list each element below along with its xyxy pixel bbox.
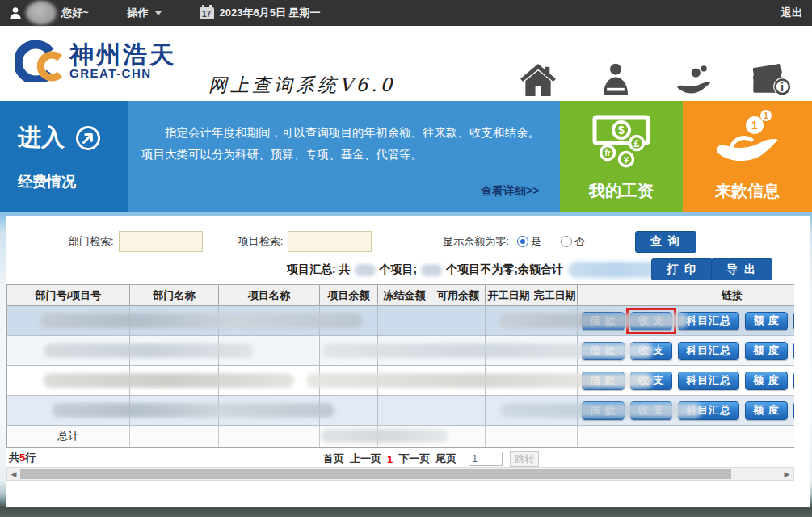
salary-money-icon: $ £ fr ¥ [560, 107, 683, 177]
summary-text: 项目汇总: 共 个项目; 个项目不为零;余额合计 。 [287, 262, 705, 278]
redacted-cell-data [499, 313, 688, 328]
logo-chinese-name: 神州浩天 [69, 43, 176, 67]
redacted-count [355, 264, 376, 276]
redacted-cell-data [40, 313, 363, 328]
filter-row: 部门检索: 项目检索: 显示余额为零: 是 否 查 询 [6, 229, 794, 254]
radio-no-label: 否 [574, 234, 585, 249]
next-page-link[interactable]: 下一页 [398, 452, 430, 466]
money-info-icon: i [751, 58, 791, 97]
radio-no-dot [561, 236, 572, 247]
row-count-suffix: 行 [25, 452, 36, 464]
banner-description: 指定会计年度和期间，可以查询项目的年初余额、往来款、收支和结余。项目大类可以分为… [141, 122, 549, 166]
redacted-total [321, 429, 448, 443]
calendar-icon: 17 [200, 7, 214, 19]
first-page-link[interactable]: 首页 [323, 452, 344, 466]
incoming-funds-tile[interactable]: 1 1 来款信息 [683, 101, 812, 212]
scroll-right-arrow-icon[interactable]: ▶ [780, 468, 793, 480]
dept-search-input[interactable] [119, 231, 203, 252]
page: 您好~ 操作 17 2023年6月5日 星期一 退出 神州浩天 GREAT-CH… [0, 0, 812, 517]
table-row: 借 款 收 支 科目汇总 额 度 实时 [7, 366, 794, 396]
header: 神州浩天 GREAT-CHN 网上查询系统V6.0 我的首页 [0, 26, 812, 101]
incoming-hand-icon: 1 1 [683, 107, 812, 177]
table-row: 借 款 收 支 科目汇总 额 度 实时 [7, 306, 794, 336]
table-header-row: 部门号/项目号 部门名称 项目名称 项目余额 冻结金额 可用余额 开工日期 完工… [7, 284, 794, 306]
user-icon [8, 6, 23, 20]
col-header: 部门名称 [130, 285, 219, 305]
col-header: 冻结金额 [378, 285, 431, 305]
col-header: 完工日期 [532, 285, 578, 305]
scrollbar-thumb[interactable] [20, 469, 731, 479]
redacted-cell-data [322, 343, 654, 358]
prev-page-link[interactable]: 上一页 [350, 452, 381, 466]
subject-summary-button[interactable]: 科目汇总 [678, 372, 739, 390]
zero-balance-label: 显示余额为零: [443, 234, 509, 249]
total-row: 总计 [7, 426, 794, 448]
svg-text:£: £ [634, 138, 640, 149]
last-page-link[interactable]: 尾页 [435, 452, 456, 466]
table-row: 借 款 收 支 科目汇总 额 度 实时 [7, 336, 794, 366]
pagination: 首页 上一页 1 下一页 尾页 跳转 [323, 451, 539, 467]
horizontal-scrollbar[interactable]: ◀ ▶ [6, 467, 794, 481]
jump-page-input[interactable] [469, 452, 503, 466]
my-salary-tile[interactable]: $ £ fr ¥ 我的工资 [560, 101, 683, 212]
print-button[interactable]: 打 印 [651, 258, 713, 280]
col-header: 开工日期 [486, 285, 532, 305]
summary-unit2: 个项目不为零;余额合计 [446, 263, 563, 277]
income-icon [675, 58, 712, 97]
current-page-number: 1 [387, 453, 393, 465]
row-count-prefix: 共 [9, 452, 19, 464]
system-title: 网上查询系统V6.0 [208, 73, 395, 98]
svg-text:1: 1 [751, 119, 758, 132]
scroll-left-arrow-icon[interactable]: ◀ [7, 468, 20, 480]
svg-text:i: i [780, 80, 784, 94]
project-search-label: 项目检索: [238, 234, 284, 249]
col-header: 部门号/项目号 [7, 285, 130, 305]
quota-button[interactable]: 额 度 [745, 401, 788, 420]
realtime-button[interactable]: 实时 [793, 401, 794, 420]
logout-button[interactable]: 退出 [781, 0, 802, 26]
logo-icon [15, 40, 65, 82]
date-display: 17 2023年6月5日 星期一 [200, 6, 321, 20]
row-count: 共5行 [9, 451, 36, 465]
content-panel: 部门检索: 项目检索: 显示余额为零: 是 否 查 询 项目汇总: 共 个项目; [6, 216, 810, 507]
quota-button[interactable]: 额 度 [745, 372, 788, 390]
home-icon [520, 58, 557, 97]
redacted-cell-data [44, 373, 294, 388]
logo-english-name: GREAT-CHN [69, 67, 176, 80]
realtime-button[interactable]: 实时 [793, 372, 794, 390]
operations-menu-label: 操作 [128, 6, 149, 20]
svg-text:$: $ [618, 124, 625, 137]
redacted-cell-data [306, 373, 654, 388]
dept-search-label: 部门检索: [69, 234, 114, 249]
view-detail-link[interactable]: 查看详细>> [481, 184, 539, 199]
banner: 进入 经费情况 指定会计年度和期间，可以查询项目的年初余额、往来款、收支和结余。… [0, 101, 812, 212]
realtime-button[interactable]: 实时 [793, 312, 794, 330]
svg-text:¥: ¥ [624, 155, 629, 165]
export-button[interactable]: 导 出 [711, 258, 772, 280]
enter-funds-tile[interactable]: 进入 经费情况 [0, 101, 128, 212]
person-icon [600, 58, 632, 97]
quota-button[interactable]: 额 度 [745, 342, 788, 360]
table-footer: 共5行 首页 上一页 1 下一页 尾页 跳转 [6, 449, 794, 467]
jump-button[interactable]: 跳转 [510, 451, 539, 467]
radio-yes-dot [517, 236, 528, 247]
subject-summary-button[interactable]: 科目汇总 [678, 342, 739, 360]
incoming-funds-label: 来款信息 [683, 180, 812, 202]
quota-button[interactable]: 额 度 [745, 312, 788, 330]
redacted-count [421, 264, 442, 276]
svg-text:1: 1 [764, 111, 768, 120]
total-label: 总计 [7, 426, 130, 447]
project-search-input[interactable] [288, 231, 372, 252]
date-text: 2023年6月5日 星期一 [220, 6, 321, 20]
summary-row: 项目汇总: 共 个项目; 个项目不为零;余额合计 。 打 印 导 出 [6, 257, 810, 283]
my-salary-label: 我的工资 [560, 180, 683, 202]
greeting-text: 您好~ [61, 6, 89, 20]
realtime-button[interactable]: 实时 [793, 342, 794, 360]
col-header: 项目名称 [219, 285, 320, 305]
svg-text:fr: fr [604, 149, 610, 158]
radio-yes-label: 是 [531, 234, 541, 249]
operations-menu[interactable]: 操作 [128, 6, 162, 20]
radio-no[interactable]: 否 [561, 234, 585, 249]
query-button[interactable]: 查 询 [635, 231, 696, 253]
radio-yes[interactable]: 是 [517, 234, 541, 249]
